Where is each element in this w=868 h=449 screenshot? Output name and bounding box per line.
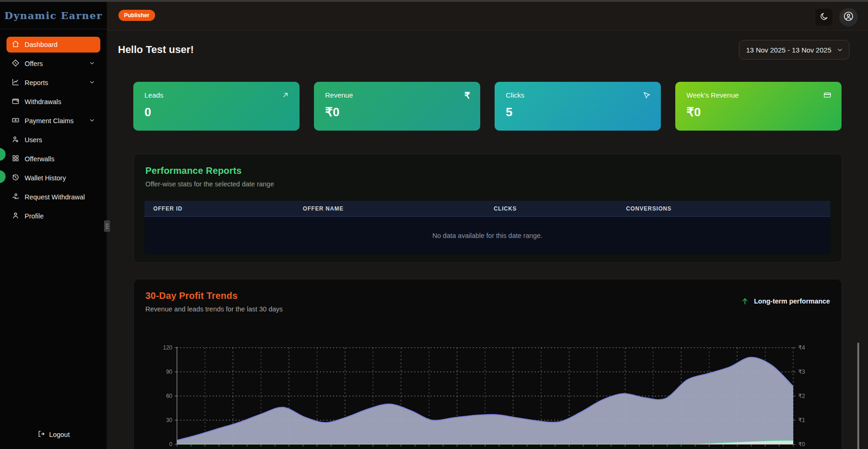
logout-button[interactable]: Logout	[0, 426, 107, 443]
svg-text:120: 120	[163, 345, 172, 351]
hand-coins-icon	[12, 192, 20, 202]
sidebar-item-label: Reports	[25, 79, 48, 86]
sidebar-item-reports[interactable]: Reports	[7, 75, 100, 91]
home-icon	[12, 40, 20, 49]
stat-card-revenue: Revenue₹0₹	[314, 82, 480, 131]
banknote-icon	[12, 116, 20, 125]
date-range-value: 13 Nov 2025 - 13 Nov 2025	[746, 46, 831, 54]
svg-text:90: 90	[166, 369, 173, 375]
svg-text:₹3: ₹3	[798, 369, 805, 375]
sidebar-item-users[interactable]: Users	[7, 132, 100, 148]
stat-card-label: Leads	[144, 91, 288, 99]
chevron-down-icon	[89, 79, 95, 87]
stat-card-clicks: Clicks5	[495, 82, 661, 131]
theme-toggle-button[interactable]	[815, 8, 833, 26]
svg-text:0: 0	[169, 441, 172, 448]
user-circle-icon	[843, 11, 854, 24]
history-clock-icon	[12, 173, 20, 183]
svg-text:₹4: ₹4	[798, 345, 805, 351]
app-logo: Dynamic Earner	[0, 2, 107, 21]
column-header: CLICKS	[485, 205, 617, 212]
offers-tag-icon	[12, 59, 20, 68]
sidebar-item-label: Offerwalls	[25, 155, 54, 163]
sidebar-item-label: Withdrawals	[25, 98, 61, 106]
date-range-select[interactable]: 13 Nov 2025 - 13 Nov 2025	[739, 40, 849, 59]
scrollbar-thumb[interactable]	[857, 343, 859, 449]
sidebar-item-label: Profile	[25, 212, 44, 220]
dashboard-page: Dynamic Earner DashboardOffersReportsWit…	[0, 0, 868, 449]
sidebar-item-label: Wallet History	[25, 174, 66, 182]
svg-text:60: 60	[166, 393, 173, 399]
sidebar-item-request-withdrawal[interactable]: Request Withdrawal	[7, 189, 100, 205]
users-icon	[12, 135, 20, 145]
badge-label: Long-term performance	[754, 297, 830, 305]
logout-icon	[37, 430, 45, 439]
arrow-up-icon	[741, 297, 749, 305]
stat-card-value: 0	[144, 105, 288, 119]
sidebar-item-label: Users	[25, 136, 42, 144]
rupee-icon: ₹	[464, 91, 470, 100]
profit-trends-panel: 30-Day Profit Trends Revenue and leads t…	[133, 279, 842, 449]
sidebar-nav: DashboardOffersReportsWithdrawalsPayment…	[0, 29, 107, 224]
trends-subtitle: Revenue and leads trends for the last 30…	[145, 305, 283, 313]
performance-table-body: No data available for this date range.	[144, 217, 830, 254]
user-icon	[12, 211, 20, 221]
stat-card-value: 5	[506, 105, 650, 119]
cursor-icon	[643, 91, 651, 101]
column-header: CONVERSIONS	[617, 205, 812, 212]
sidebar-item-label: Payment Claims	[25, 117, 74, 125]
svg-text:₹0: ₹0	[798, 441, 805, 448]
sidebar-resize-handle[interactable]	[104, 220, 110, 232]
chevron-down-icon	[89, 117, 95, 125]
chart-line-icon	[12, 78, 20, 87]
topbar: Publisher	[107, 2, 868, 31]
stat-card-label: Revenue	[325, 91, 469, 99]
sidebar-item-label: Request Withdrawal	[25, 193, 85, 201]
sidebar: Dynamic Earner DashboardOffersReportsWit…	[0, 2, 107, 449]
trend-up-icon	[281, 91, 289, 101]
empty-state-message: No data available for this date range.	[432, 232, 542, 239]
stat-card-label: Week's Revenue	[686, 91, 830, 99]
performance-subtitle: Offer-wise stats for the selected date r…	[145, 180, 274, 188]
svg-text:₹2: ₹2	[798, 393, 805, 399]
moon-icon	[820, 12, 829, 23]
svg-text:30: 30	[166, 417, 173, 423]
performance-title: Performance Reports	[145, 165, 241, 176]
column-header: OFFER ID	[144, 205, 294, 212]
role-badge: Publisher	[118, 10, 155, 21]
stat-card-value: ₹0	[325, 105, 469, 119]
sidebar-item-label: Dashboard	[25, 41, 58, 48]
profit-trends-chart: 0₹030₹160₹290₹3120₹4	[153, 345, 822, 449]
grid-icon	[12, 154, 20, 164]
performance-table: OFFER IDOFFER NAMECLICKSCONVERSIONS No d…	[144, 201, 830, 254]
stat-card-leads: Leads0	[133, 82, 300, 131]
sidebar-item-offers[interactable]: Offers	[7, 56, 100, 72]
wallet-icon	[12, 97, 20, 106]
stat-card-value: ₹0	[686, 105, 830, 119]
chevron-down-icon	[89, 60, 95, 68]
long-term-performance-badge: Long-term performance	[741, 297, 830, 305]
sidebar-item-profile[interactable]: Profile	[7, 208, 100, 224]
logout-label: Logout	[49, 431, 70, 438]
sidebar-item-label: Offers	[25, 60, 43, 67]
column-header: OFFER NAME	[294, 205, 485, 212]
chevron-down-icon	[836, 46, 843, 53]
stat-card-label: Clicks	[506, 91, 650, 99]
page-greeting: Hello Test user!	[118, 44, 194, 56]
stat-card-week-s-revenue: Week's Revenue₹0	[675, 82, 842, 131]
sidebar-item-offerwalls[interactable]: Offerwalls	[7, 151, 100, 167]
performance-table-header: OFFER IDOFFER NAMECLICKSCONVERSIONS	[144, 201, 830, 217]
sidebar-item-withdrawals[interactable]: Withdrawals	[7, 94, 100, 110]
sidebar-item-payment-claims[interactable]: Payment Claims	[7, 113, 100, 129]
sidebar-item-dashboard[interactable]: Dashboard	[7, 37, 100, 53]
trends-title: 30-Day Profit Trends	[145, 291, 238, 301]
performance-reports-panel: Performance Reports Offer-wise stats for…	[133, 154, 842, 263]
profile-menu-button[interactable]	[839, 8, 858, 26]
credit-card-icon	[823, 91, 831, 101]
sidebar-item-wallet-history[interactable]: Wallet History	[7, 170, 100, 186]
svg-text:₹1: ₹1	[798, 417, 805, 423]
